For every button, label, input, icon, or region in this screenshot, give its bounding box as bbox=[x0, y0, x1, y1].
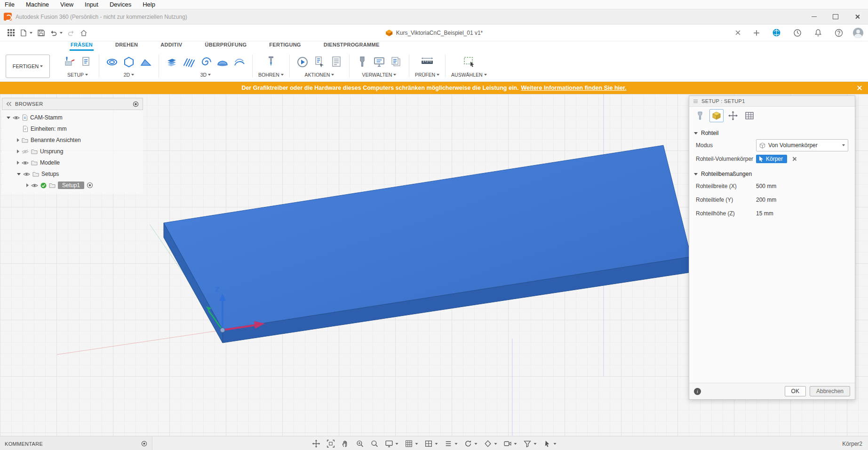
group-label-bohren[interactable]: BOHREN bbox=[258, 72, 284, 78]
tab-stock[interactable] bbox=[709, 109, 724, 122]
post-process-icon[interactable] bbox=[312, 55, 326, 69]
browser-item-label-selected[interactable]: Setup1 bbox=[58, 182, 84, 189]
expand-arrow-icon[interactable] bbox=[7, 117, 10, 119]
appearance-button[interactable] bbox=[482, 438, 499, 449]
close-button[interactable] bbox=[846, 9, 868, 24]
viewports-button[interactable] bbox=[422, 438, 439, 449]
stock-body[interactable] bbox=[164, 145, 691, 343]
group-label-auswaehlen[interactable]: AUSWÄHLEN bbox=[451, 72, 487, 78]
setup-dialog-header[interactable]: SETUP : SETUP1 bbox=[689, 96, 855, 107]
new-document-button[interactable] bbox=[751, 28, 762, 38]
origin-point[interactable] bbox=[220, 328, 225, 332]
expand-comments-icon[interactable] bbox=[141, 441, 147, 447]
browser-item-label[interactable]: Einheiten: mm bbox=[31, 126, 67, 132]
eye-icon[interactable] bbox=[23, 172, 30, 177]
browser-item-units[interactable]: Einheiten: mm bbox=[2, 123, 143, 134]
group-label-3d[interactable]: 3D bbox=[200, 72, 211, 78]
2d-pocket-icon[interactable] bbox=[122, 55, 136, 69]
new-setup-icon[interactable] bbox=[62, 55, 76, 69]
fertigen-dropdown-button[interactable]: FERTIGEN bbox=[6, 55, 50, 78]
ok-button[interactable]: OK bbox=[785, 386, 806, 396]
expand-arrow-icon[interactable] bbox=[26, 183, 29, 187]
document-tab[interactable]: Kurs_ViktoriaCnC_Beispiel_01 v1* bbox=[385, 24, 483, 41]
maximize-button[interactable] bbox=[825, 9, 846, 24]
grid-snaps-button[interactable] bbox=[403, 438, 420, 449]
zoom-fit-button[interactable] bbox=[325, 438, 336, 449]
tab-fertigung[interactable]: FERTIGUNG bbox=[268, 41, 302, 51]
tab-drehen[interactable]: DREHEN bbox=[114, 41, 139, 51]
browser-item-label[interactable]: Modelle bbox=[40, 159, 60, 166]
banner-close-icon[interactable] bbox=[856, 84, 863, 92]
modus-dropdown[interactable]: Von Volumenkörper bbox=[756, 139, 848, 151]
group-label-2d[interactable]: 2D bbox=[124, 72, 134, 78]
menu-item-input[interactable]: Input bbox=[85, 1, 98, 8]
pan-button[interactable] bbox=[310, 438, 322, 449]
menu-item-devices[interactable]: Devices bbox=[110, 1, 131, 8]
info-icon[interactable]: i bbox=[694, 388, 701, 395]
refresh-button[interactable] bbox=[462, 438, 479, 449]
remove-selection-icon[interactable] bbox=[792, 156, 797, 162]
home-view-button[interactable] bbox=[78, 27, 90, 39]
zoom-button[interactable] bbox=[354, 438, 366, 449]
expand-arrow-icon[interactable] bbox=[17, 138, 19, 142]
section-rohteil[interactable]: Rohteil bbox=[694, 130, 855, 136]
group-label-verwalten[interactable]: VERWALTEN bbox=[362, 72, 396, 78]
machine-library-icon[interactable] bbox=[372, 55, 386, 69]
redo-button[interactable] bbox=[65, 27, 78, 39]
file-menu-button[interactable] bbox=[17, 27, 35, 39]
simulate-icon[interactable] bbox=[295, 55, 310, 69]
eye-icon[interactable] bbox=[13, 115, 20, 120]
expand-arrow-icon[interactable] bbox=[17, 161, 19, 165]
collapse-panel-icon[interactable] bbox=[6, 102, 12, 106]
browser-item-label[interactable]: Setups bbox=[41, 171, 59, 177]
select-tool-button[interactable] bbox=[541, 438, 558, 449]
selection-box-icon[interactable] bbox=[462, 55, 476, 69]
adaptive-clearing-icon[interactable] bbox=[165, 55, 179, 69]
activate-target-icon[interactable] bbox=[87, 182, 93, 189]
menu-item-view[interactable]: View bbox=[60, 1, 73, 8]
browser-item-models[interactable]: Modelle bbox=[2, 157, 143, 168]
job-status-button[interactable] bbox=[791, 27, 804, 39]
templates-icon[interactable] bbox=[389, 55, 403, 69]
notifications-button[interactable] bbox=[812, 27, 825, 39]
minimize-button[interactable] bbox=[803, 9, 825, 24]
browser-item-label[interactable]: Ursprung bbox=[40, 148, 63, 155]
undo-button[interactable] bbox=[47, 27, 65, 39]
setup-sheet-icon[interactable] bbox=[329, 55, 343, 69]
eye-icon[interactable] bbox=[22, 160, 29, 166]
tab-setup-machine[interactable] bbox=[693, 109, 707, 122]
viewport[interactable]: Z BROWSER CAM-Stamm Einheiten: mm bbox=[0, 94, 868, 436]
tab-post-process[interactable] bbox=[726, 109, 740, 122]
group-label-pruefen[interactable]: PRÜFEN bbox=[415, 72, 439, 78]
display-mode-icon[interactable] bbox=[133, 101, 139, 107]
data-panel-button[interactable] bbox=[5, 27, 17, 39]
steps-button[interactable] bbox=[442, 438, 459, 449]
chamfer-icon[interactable] bbox=[139, 55, 153, 69]
section-rohteilbemassungen[interactable]: Rohteilbemaßungen bbox=[694, 171, 855, 177]
tab-ueberpruefung[interactable]: ÜBERPRÜFUNG bbox=[204, 41, 247, 51]
expand-arrow-icon[interactable] bbox=[17, 173, 21, 175]
menu-item-help[interactable]: Help bbox=[143, 1, 155, 8]
browser-item-named-views[interactable]: Benannte Ansichten bbox=[2, 134, 143, 146]
morph-icon[interactable] bbox=[232, 55, 247, 69]
look-at-button[interactable] bbox=[368, 438, 380, 449]
group-label-aktionen[interactable]: AKTIONEN bbox=[305, 72, 334, 78]
menu-item-machine[interactable]: Machine bbox=[26, 1, 49, 8]
scallop-icon[interactable] bbox=[215, 55, 230, 69]
display-settings-button[interactable] bbox=[383, 438, 400, 449]
cancel-button[interactable]: Abbrechen bbox=[810, 386, 850, 396]
parallel-icon[interactable] bbox=[182, 55, 196, 69]
browser-item-setups[interactable]: Setups bbox=[2, 168, 143, 180]
section-collapse-icon[interactable] bbox=[694, 173, 698, 175]
browser-item-setup1[interactable]: Setup1 bbox=[2, 180, 143, 191]
eye-off-icon[interactable] bbox=[22, 149, 29, 154]
tab-fraesen[interactable]: FRÄSEN bbox=[70, 41, 94, 51]
help-button[interactable] bbox=[832, 27, 845, 39]
drill-icon[interactable] bbox=[264, 55, 278, 69]
section-collapse-icon[interactable] bbox=[694, 132, 698, 134]
pan-hand-button[interactable] bbox=[339, 438, 351, 449]
selection-filter-button[interactable] bbox=[521, 438, 538, 449]
eye-icon[interactable] bbox=[31, 183, 38, 188]
tab-dienstprogramme[interactable]: DIENSTPROGRAMME bbox=[323, 41, 381, 51]
user-avatar[interactable] bbox=[853, 28, 863, 38]
